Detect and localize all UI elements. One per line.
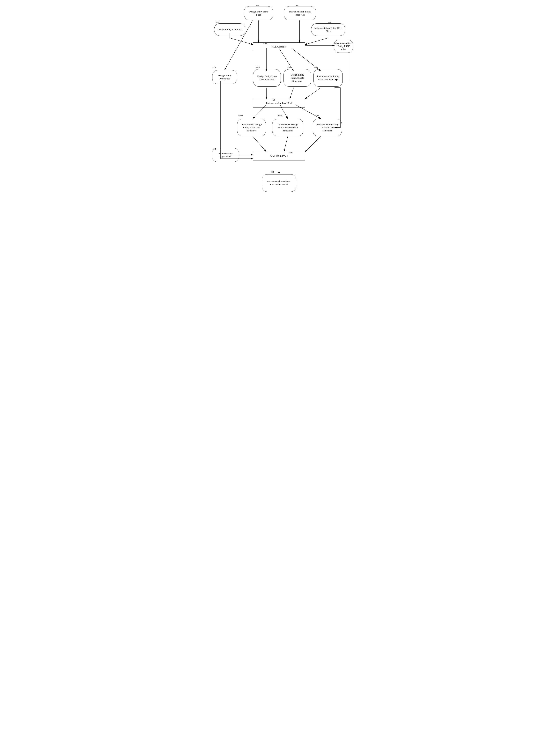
node-instrumented-sim: Instrumented Simulation Executable Model (262, 174, 296, 192)
svg-line-13 (290, 88, 294, 99)
node-instr-proto-data: Instrumentation Entity Proto Data Struct… (313, 69, 343, 87)
label-463: 463 (256, 66, 260, 69)
node-design-proto-files-left: Design Entity Proto Files (212, 70, 237, 84)
node-instr-hdl-files: Instrumentation Entity HDL Files (311, 23, 345, 36)
diagram: 345 460 340 461 462 468 344 463 465 466 … (206, 4, 354, 195)
label-465: 465 (287, 66, 291, 69)
node-instrumented-proto-data: Instrumented Design Entity Proto Data St… (237, 119, 266, 136)
node-instr-proto-files-top: Instrumentation Entity Proto Files (284, 6, 316, 20)
node-design-proto-data: Design Entity Proto Data Structures (253, 69, 281, 87)
svg-line-8 (279, 48, 294, 71)
label-463a: 463a (238, 114, 243, 117)
node-design-instance-data: Design Entity Instance Data Structures (284, 69, 311, 87)
svg-line-14 (305, 88, 321, 99)
label-467: 467 (315, 114, 319, 117)
node-instr-entity-instance: Instrumentation Entity Instance Data Str… (313, 119, 342, 136)
node-instr-load-tool: Instrumentation Load Tool (253, 99, 305, 107)
node-hdl-compiler: HDL Compiler (253, 42, 305, 51)
svg-line-19 (284, 136, 288, 152)
svg-line-20 (305, 136, 321, 152)
label-344: 344 (212, 66, 216, 69)
node-instrumented-instance-data: Instrumented Design Entity Instance Data… (272, 119, 303, 136)
node-design-hdl-files: Design Entity HDL Files (214, 23, 245, 36)
node-model-build-tool: Model Build Tool (253, 152, 305, 160)
label-466: 466 (314, 66, 318, 69)
svg-line-18 (253, 136, 266, 152)
node-instr-logic-block: Instrumentation Logic Block (212, 148, 239, 162)
label-465a: 465a (278, 114, 282, 117)
svg-line-4 (230, 38, 253, 45)
node-design-proto-files-top: Design Entity Proto Files (244, 6, 273, 20)
label-480: 480 (270, 171, 274, 174)
node-instr-proto-files-right: Instrumentation Entity Proto Files (334, 40, 353, 53)
svg-line-6 (305, 38, 328, 45)
